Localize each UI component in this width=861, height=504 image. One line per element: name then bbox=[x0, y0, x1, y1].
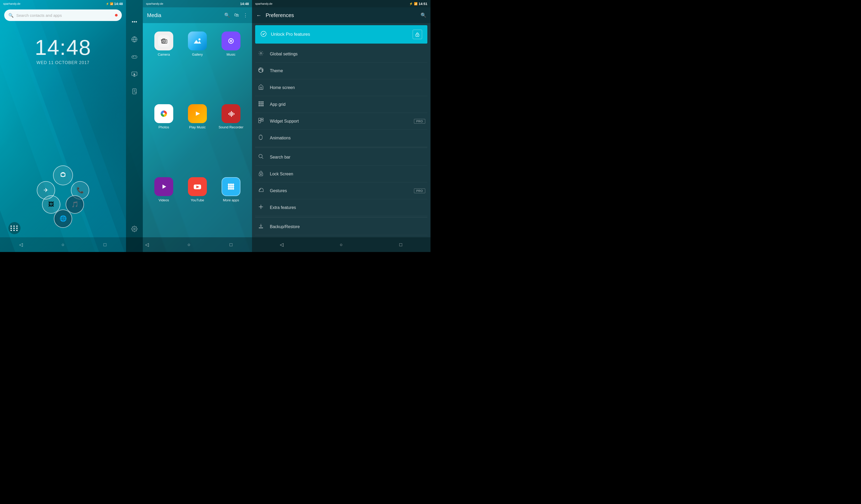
svg-point-51 bbox=[262, 69, 263, 70]
pref-item-animations[interactable]: Animations bbox=[255, 130, 427, 147]
nav-home-s1[interactable]: ○ bbox=[58, 242, 68, 247]
svg-rect-65 bbox=[259, 121, 261, 123]
app-grid-label: App grid bbox=[270, 102, 425, 107]
media-app-grid: Camera Gallery bbox=[143, 23, 252, 252]
app-grid-icon bbox=[257, 101, 264, 108]
nav-home-s3[interactable]: ○ bbox=[336, 242, 346, 247]
sidebar-icon-notes[interactable] bbox=[129, 88, 140, 96]
media-title: Media bbox=[147, 12, 161, 18]
list-item[interactable]: Photos bbox=[147, 101, 181, 174]
app-icon-gallery-grid bbox=[188, 31, 207, 51]
list-item[interactable]: Music bbox=[214, 28, 248, 101]
search-bar-label: Search bar bbox=[270, 155, 425, 160]
svg-point-49 bbox=[259, 69, 260, 70]
pref-item-theme[interactable]: Theme bbox=[255, 63, 427, 79]
pref-item-extra-features[interactable]: Extra features bbox=[255, 199, 427, 216]
pref-item-lock-screen[interactable]: Lock Screen bbox=[255, 166, 427, 182]
svg-point-36 bbox=[230, 183, 232, 186]
clock-date: WED 11 OCTOBER 2017 bbox=[0, 60, 126, 65]
signal-icon-s3: 📶 bbox=[414, 2, 418, 5]
pref-item-global-settings[interactable]: Global settings bbox=[255, 46, 427, 63]
nav-back-s3[interactable]: ◁ bbox=[276, 242, 287, 247]
media-more-icon[interactable]: ⋮ bbox=[243, 12, 248, 18]
header-search-icon[interactable]: 🔍 bbox=[421, 12, 426, 18]
pref-item-home-screen[interactable]: Home screen bbox=[255, 79, 427, 96]
list-item[interactable]: Sound Recorder bbox=[214, 101, 248, 174]
backup-restore-icon bbox=[257, 223, 264, 230]
svg-point-46 bbox=[417, 35, 418, 36]
nav-bar-s2: ◁ ○ □ bbox=[126, 237, 252, 252]
media-panel: sparhandy.de 14:48 Media 🔍 🛍 ⋮ bbox=[143, 0, 252, 252]
carrier-s1: sparhandy.de bbox=[3, 2, 20, 5]
svg-point-39 bbox=[230, 186, 232, 188]
svg-point-42 bbox=[230, 188, 232, 190]
divider-1 bbox=[255, 148, 427, 148]
list-item[interactable]: Camera bbox=[147, 28, 181, 101]
svg-rect-28 bbox=[234, 113, 234, 115]
sidebar-icon-games[interactable] bbox=[129, 54, 140, 62]
status-bar-s1: sparhandy.de ⚡ 📶 14:48 bbox=[0, 0, 126, 8]
unlock-pro-label: Unlock Pro features bbox=[271, 32, 408, 37]
list-item[interactable]: Videos bbox=[147, 174, 181, 247]
nav-recent-s1[interactable]: □ bbox=[100, 242, 110, 247]
page-title: Preferences bbox=[266, 12, 416, 18]
app-label-gallery: Gallery bbox=[192, 53, 203, 56]
list-item[interactable]: Gallery bbox=[181, 28, 214, 101]
pref-item-support-review[interactable]: Support us with a review bbox=[255, 235, 427, 237]
lock-screen-icon bbox=[257, 171, 264, 177]
sidebar-icon-browser[interactable] bbox=[129, 36, 140, 44]
svg-point-18 bbox=[231, 41, 232, 41]
pref-item-gestures[interactable]: Gestures PRO bbox=[255, 182, 427, 199]
unlock-pro-banner[interactable]: Unlock Pro features bbox=[255, 25, 427, 44]
unlock-settings-icon bbox=[260, 31, 267, 38]
svg-point-40 bbox=[232, 186, 234, 188]
list-item[interactable]: More apps bbox=[214, 174, 248, 247]
preferences-list: Global settings Theme bbox=[252, 46, 430, 237]
svg-point-43 bbox=[232, 188, 234, 190]
pref-item-widget-support[interactable]: Widget Support PRO bbox=[255, 113, 427, 130]
app-icon-music[interactable]: 🎵 bbox=[66, 195, 84, 214]
list-item[interactable]: Play Music bbox=[181, 101, 214, 174]
gestures-icon bbox=[257, 187, 264, 194]
back-button[interactable]: ← bbox=[256, 12, 261, 18]
svg-point-44 bbox=[261, 31, 266, 37]
sidebar-icon-settings[interactable] bbox=[129, 226, 140, 234]
nav-recent-s3[interactable]: □ bbox=[396, 242, 406, 247]
pref-item-backup-restore[interactable]: Backup/Restore bbox=[255, 218, 427, 235]
dock-row-1 bbox=[53, 165, 73, 185]
sidebar-icon-media[interactable] bbox=[129, 71, 140, 79]
nav-back-s1[interactable]: ◁ bbox=[16, 242, 26, 247]
signal-icon: 📶 bbox=[110, 2, 113, 5]
svg-marker-22 bbox=[196, 111, 200, 116]
carrier-s3: sparhandy.de bbox=[255, 2, 272, 5]
svg-rect-61 bbox=[262, 105, 263, 106]
svg-rect-25 bbox=[230, 112, 231, 116]
sidebar-icon-dots[interactable] bbox=[129, 18, 140, 27]
media-search-icon[interactable]: 🔍 bbox=[224, 12, 230, 18]
list-item[interactable]: YouTube bbox=[181, 174, 214, 247]
nav-back-s2[interactable]: ◁ bbox=[142, 242, 152, 247]
svg-rect-60 bbox=[260, 105, 262, 106]
svg-point-35 bbox=[228, 183, 230, 186]
search-dot-s1 bbox=[115, 14, 118, 16]
app-label-camera: Camera bbox=[158, 53, 170, 56]
app-icon-browser[interactable]: 🌐 bbox=[54, 209, 72, 228]
search-bar-s1[interactable]: 🔍 Search contacts and apps bbox=[4, 10, 122, 21]
nav-home-s2[interactable]: ○ bbox=[184, 242, 194, 247]
svg-point-11 bbox=[163, 40, 165, 42]
app-icon-camera[interactable] bbox=[53, 165, 73, 185]
carrier-s2: sparhandy.de bbox=[146, 2, 163, 5]
svg-point-37 bbox=[232, 183, 234, 186]
pref-item-app-grid[interactable]: App grid bbox=[255, 96, 427, 113]
pref-item-search-bar[interactable]: Search bar bbox=[255, 149, 427, 166]
lock-screen-label: Lock Screen bbox=[270, 172, 425, 176]
nav-recent-s2[interactable]: □ bbox=[226, 242, 236, 247]
app-label-soundrec: Sound Recorder bbox=[219, 125, 244, 129]
screen-home: sparhandy.de ⚡ 📶 14:48 🔍 Search contacts… bbox=[0, 0, 126, 252]
media-store-icon[interactable]: 🛍 bbox=[234, 12, 239, 18]
svg-point-14 bbox=[199, 38, 201, 40]
svg-point-52 bbox=[262, 71, 263, 71]
app-label-music: Music bbox=[227, 53, 235, 56]
app-drawer-button[interactable] bbox=[9, 222, 20, 234]
search-placeholder-s1: Search contacts and apps bbox=[16, 13, 115, 17]
